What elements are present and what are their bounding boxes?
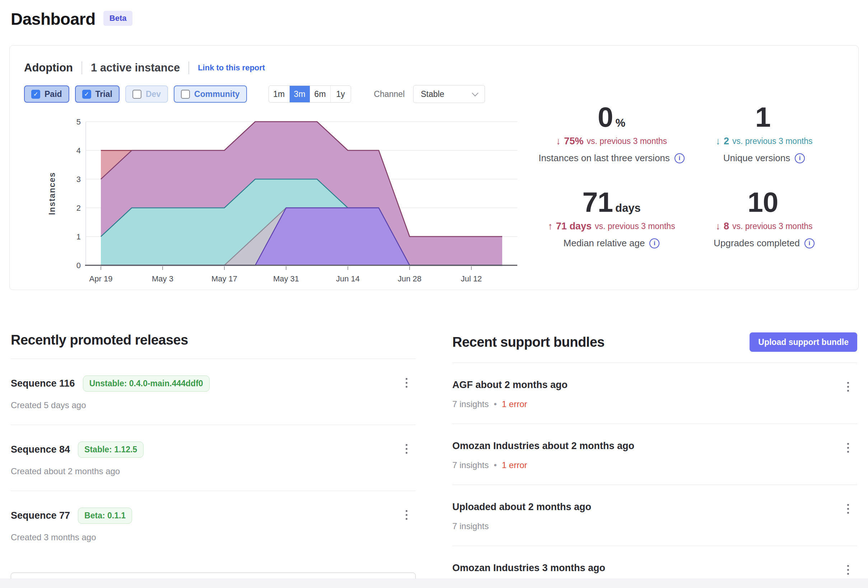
stat-unit: days <box>615 202 641 215</box>
checkbox-unchecked-icon <box>133 90 142 99</box>
kebab-menu-icon[interactable] <box>841 562 854 578</box>
adoption-title: Adoption <box>24 61 73 74</box>
range-1y[interactable]: 1y <box>330 86 351 102</box>
trend-down-icon: ↓ <box>716 221 720 232</box>
channel-label: Channel <box>374 89 405 99</box>
page-bottom-strip <box>0 579 868 588</box>
bundle-row[interactable]: Uploaded about 2 months ago 7 insights <box>452 485 857 546</box>
release-version-badge: Stable: 1.12.5 <box>78 442 143 458</box>
bundle-title: Uploaded about 2 months ago <box>452 501 591 513</box>
release-created: Created about 2 months ago <box>11 466 416 476</box>
kebab-menu-icon[interactable] <box>841 379 854 394</box>
info-icon[interactable]: i <box>650 238 660 248</box>
stat-delta: ↓ 8 vs. previous 3 months <box>688 221 840 232</box>
stat-value: 1 <box>755 101 771 133</box>
divider <box>81 61 82 74</box>
trend-down-icon: ↓ <box>716 136 720 147</box>
page-title: Dashboard <box>11 9 96 29</box>
adoption-chart[interactable]: Apr 19May 3May 17May 31Jun 14Jun 28Jul 1… <box>24 111 528 287</box>
svg-text:3: 3 <box>77 175 81 184</box>
stat-unit: % <box>615 117 625 130</box>
stat-value: 10 <box>748 186 778 219</box>
stat-instances-last-three-versions: 0 % ↓ 75% vs. previous 3 months Instance… <box>535 101 688 164</box>
bundle-insights: 7 insights <box>452 521 489 531</box>
upload-support-bundle-button[interactable]: Upload support bundle <box>750 332 857 352</box>
releases-section: Recently promoted releases Sequence 116 … <box>11 332 416 588</box>
filter-chip-trial[interactable]: ✓ Trial <box>75 86 120 103</box>
stat-delta: ↑ 71 days vs. previous 3 months <box>535 221 688 232</box>
bundle-title: Omozan Industries 3 months ago <box>452 563 605 574</box>
bundles-header: Recent support bundles Upload support bu… <box>452 332 857 363</box>
release-row[interactable]: Sequence 116 Unstable: 0.4.0-main.444ddf… <box>11 359 416 425</box>
info-icon[interactable]: i <box>805 238 815 248</box>
adoption-card: Adoption 1 active instance Link to this … <box>9 45 859 290</box>
filter-chip-community[interactable]: Community <box>174 86 247 103</box>
bundles-title: Recent support bundles <box>452 335 605 350</box>
link-to-report[interactable]: Link to this report <box>198 63 265 72</box>
lists-section: Recently promoted releases Sequence 116 … <box>0 332 868 588</box>
release-created: Created 5 days ago <box>11 400 416 410</box>
page-header: Dashboard Beta <box>0 0 868 29</box>
checkbox-checked-icon: ✓ <box>31 90 40 99</box>
kebab-menu-icon[interactable] <box>841 501 854 517</box>
stat-delta: ↓ 75% vs. previous 3 months <box>535 136 688 147</box>
svg-text:1: 1 <box>77 232 81 241</box>
stat-value: 0 <box>598 101 613 133</box>
info-icon[interactable]: i <box>675 153 685 163</box>
svg-text:May 17: May 17 <box>211 274 237 283</box>
release-name: Sequence 116 <box>11 378 75 389</box>
release-row[interactable]: Sequence 77 Beta: 0.1.1 Created 3 months… <box>11 491 416 557</box>
channel-select[interactable]: Stable <box>413 85 485 103</box>
stat-unique-versions: 1 ↓ 2 vs. previous 3 months Unique versi… <box>688 101 840 164</box>
svg-text:2: 2 <box>77 204 81 213</box>
svg-text:Jun 28: Jun 28 <box>398 274 421 283</box>
kebab-menu-icon[interactable] <box>400 441 413 457</box>
chart-stats-row: Apr 19May 3May 17May 31Jun 14Jun 28Jul 1… <box>24 111 844 287</box>
trend-up-icon: ↑ <box>548 221 553 232</box>
chevron-down-icon <box>472 90 478 96</box>
filter-chip-paid[interactable]: ✓ Paid <box>24 86 69 103</box>
bundle-title: Omozan Industries about 2 months ago <box>452 440 634 452</box>
stat-value: 71 <box>582 186 613 219</box>
divider <box>189 61 189 74</box>
bundle-error-count: 1 error <box>489 399 527 409</box>
svg-text:4: 4 <box>77 146 81 155</box>
stat-median-relative-age: 71 days ↑ 71 days vs. previous 3 months … <box>535 186 688 249</box>
releases-title: Recently promoted releases <box>11 332 188 348</box>
active-instance-count: 1 active instance <box>91 61 180 74</box>
kebab-menu-icon[interactable] <box>841 440 854 455</box>
range-6m[interactable]: 6m <box>310 86 330 102</box>
svg-text:Jun 14: Jun 14 <box>336 274 360 283</box>
range-1m[interactable]: 1m <box>269 86 289 102</box>
svg-text:0: 0 <box>77 261 81 270</box>
checkbox-unchecked-icon <box>181 90 190 99</box>
release-row[interactable]: Sequence 84 Stable: 1.12.5 Created about… <box>11 425 416 491</box>
svg-text:Jul 12: Jul 12 <box>461 274 482 283</box>
svg-text:Instances: Instances <box>47 172 57 215</box>
info-icon[interactable]: i <box>795 153 805 163</box>
bundle-title: AGF about 2 months ago <box>452 380 568 390</box>
bundle-row[interactable]: AGF about 2 months ago 7 insights 1 erro… <box>452 363 857 424</box>
kebab-menu-icon[interactable] <box>400 507 413 523</box>
bundle-insights: 7 insights <box>452 460 489 470</box>
beta-badge: Beta <box>103 11 133 26</box>
filter-chip-dev[interactable]: Dev <box>125 86 168 103</box>
svg-text:May 31: May 31 <box>273 274 299 283</box>
release-name: Sequence 84 <box>11 444 70 455</box>
adoption-card-header: Adoption 1 active instance Link to this … <box>24 61 844 74</box>
release-version-badge: Unstable: 0.4.0-main.444ddf0 <box>83 375 210 392</box>
trend-down-icon: ↓ <box>556 136 561 147</box>
stat-delta: ↓ 2 vs. previous 3 months <box>688 136 840 147</box>
checkbox-checked-icon: ✓ <box>82 90 91 99</box>
release-version-badge: Beta: 0.1.1 <box>78 508 132 524</box>
stat-upgrades-completed: 10 ↓ 8 vs. previous 3 months Upgrades co… <box>688 186 840 249</box>
bundles-section: Recent support bundles Upload support bu… <box>452 332 857 588</box>
stats-grid: 0 % ↓ 75% vs. previous 3 months Instance… <box>528 101 844 287</box>
bundle-insights: 7 insights <box>452 399 489 409</box>
range-3m[interactable]: 3m <box>289 86 310 102</box>
bundle-row[interactable]: Omozan Industries about 2 months ago 7 i… <box>452 424 857 485</box>
dashboard-page: Dashboard Beta Adoption 1 active instanc… <box>0 0 868 588</box>
releases-header: Recently promoted releases <box>11 332 416 359</box>
kebab-menu-icon[interactable] <box>400 375 413 390</box>
release-name: Sequence 77 <box>11 510 70 521</box>
